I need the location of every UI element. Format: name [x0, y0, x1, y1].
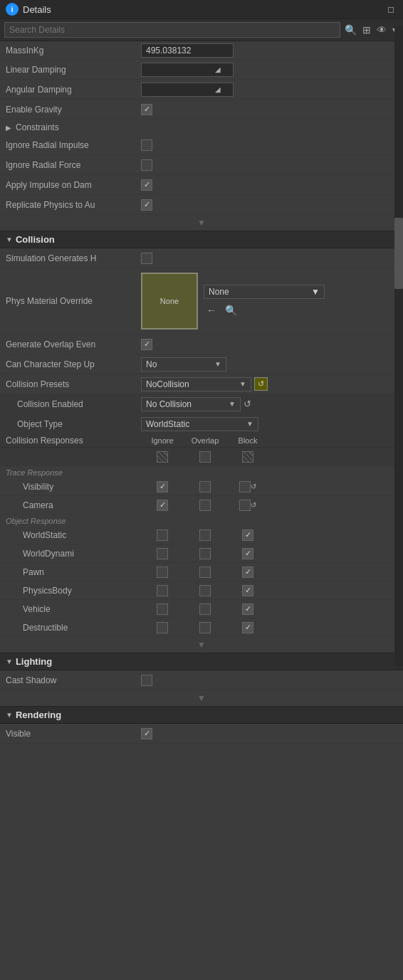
camera-ignore-checkbox[interactable]: [157, 500, 168, 511]
prop-label-collision-enabled: Collision Enabled: [6, 399, 141, 409]
constraints-arrow: ▶: [6, 124, 11, 132]
resp-label-destructible: Destructible: [6, 623, 141, 633]
worldstatic-block-cb[interactable]: [242, 529, 253, 541]
prop-row-sim-generates-hit: Simulation Generates H: [0, 248, 403, 268]
prop-row-ignore-radial-impulse: Ignore Radial Impulse: [0, 135, 403, 155]
sim-generates-hit-checkbox[interactable]: [141, 253, 152, 264]
pawn-block-cb[interactable]: [242, 567, 253, 578]
visibility-overlap-checkbox[interactable]: [199, 481, 211, 492]
col-overlap-header: Overlap: [184, 436, 226, 445]
resp-row-pawn: Pawn: [0, 563, 403, 581]
prop-label-collision-presets: Collision Presets: [6, 379, 141, 389]
all-block-checkbox[interactable]: [242, 451, 253, 463]
destructible-ignore-cb[interactable]: [157, 622, 168, 633]
ignore-radial-impulse-checkbox[interactable]: [141, 139, 152, 151]
worldstatic-overlap-cb[interactable]: [199, 529, 211, 541]
worldstatic-ignore-cb[interactable]: [157, 529, 168, 541]
cast-shadow-checkbox[interactable]: [141, 675, 152, 686]
apply-impulse-checkbox[interactable]: [141, 179, 152, 191]
worlddynamic-block-cb[interactable]: [242, 548, 253, 559]
prop-row-collision-presets: Collision Presets NoCollision ▼ ↺: [0, 374, 403, 394]
vehicle-overlap-cb[interactable]: [199, 604, 211, 615]
all-overlap-cell: [184, 451, 226, 463]
collision-responses-label: Collision Responses: [6, 436, 141, 446]
vehicle-ignore-cb[interactable]: [157, 604, 168, 615]
ignore-radial-force-checkbox[interactable]: [141, 159, 152, 171]
all-ignore-checkbox[interactable]: [157, 451, 168, 463]
phys-material-label: Phys Material Override: [6, 296, 141, 306]
generate-overlap-checkbox[interactable]: [141, 339, 152, 350]
physicsbody-block-cb[interactable]: [242, 585, 253, 596]
destructible-block-cb[interactable]: [242, 622, 253, 633]
pawn-overlap-cb[interactable]: [199, 567, 211, 578]
collision-response-cols: Ignore Overlap Block: [141, 436, 397, 445]
collision-enabled-dropdown[interactable]: No Collision ▼: [141, 397, 241, 411]
all-block-cell: [226, 451, 269, 463]
lighting-section-header[interactable]: ▼ Lighting: [0, 653, 403, 670]
close-button[interactable]: ◻: [384, 3, 397, 16]
resp-row-physicsbody: PhysicsBody: [0, 581, 403, 600]
rendering-section-arrow: ▼: [6, 711, 13, 719]
search-button[interactable]: 🔍: [343, 23, 358, 37]
worlddynamic-overlap-cb[interactable]: [199, 548, 211, 559]
prop-label-ignore-radial-impulse: Ignore Radial Impulse: [6, 140, 141, 150]
visibility-block-checkbox[interactable]: [239, 481, 251, 492]
prop-label-ignore-radial-force: Ignore Radial Force: [6, 160, 141, 170]
prop-row-apply-impulse: Apply Impulse on Dam: [0, 175, 403, 195]
collision-presets-reset-button[interactable]: ↺: [254, 377, 268, 391]
physicsbody-overlap-cb[interactable]: [199, 585, 211, 596]
linear-damping-input[interactable]: 0.01: [142, 63, 213, 76]
phys-material-dropdown[interactable]: None ▼: [204, 285, 325, 299]
scrollbar-thumb[interactable]: [394, 218, 403, 289]
prop-label-sim-generates-hit: Simulation Generates H: [6, 253, 141, 263]
physicsbody-ignore-cb[interactable]: [157, 585, 168, 596]
camera-reset-icon: ↺: [251, 501, 256, 509]
collision-enabled-reset-button[interactable]: ↺: [244, 399, 251, 409]
phys-material-reset-button[interactable]: ←: [204, 303, 219, 317]
collision-all-responses-row: [0, 448, 403, 466]
prop-value-massinkg[interactable]: [141, 43, 234, 58]
angular-damping-input[interactable]: 0.0: [142, 83, 213, 96]
visible-checkbox[interactable]: [141, 728, 152, 739]
visibility-ignore-checkbox[interactable]: [157, 481, 168, 492]
collision-presets-dropdown[interactable]: NoCollision ▼: [141, 377, 251, 391]
vehicle-cells: [141, 604, 269, 615]
constraints-row[interactable]: ▶ Constraints: [0, 120, 403, 135]
worlddynamic-ignore-cb[interactable]: [157, 548, 168, 559]
phys-material-controls: None ▼ ← 🔍: [204, 285, 325, 317]
replicate-physics-checkbox[interactable]: [141, 199, 152, 211]
phys-material-buttons: ← 🔍: [204, 303, 325, 317]
all-overlap-checkbox[interactable]: [199, 451, 211, 463]
prop-label-can-step-up: Can Character Step Up: [6, 359, 141, 369]
eye-button[interactable]: 👁: [375, 23, 388, 37]
enable-gravity-checkbox[interactable]: [141, 104, 152, 115]
prop-label-enable-gravity: Enable Gravity: [6, 105, 141, 115]
prop-label-cast-shadow: Cast Shadow: [6, 675, 141, 685]
prop-label-generate-overlap: Generate Overlap Even: [6, 339, 141, 349]
prop-row-cast-shadow: Cast Shadow: [0, 670, 403, 690]
can-step-up-dropdown[interactable]: No ▼: [141, 357, 226, 372]
object-type-dropdown[interactable]: WorldStatic ▼: [141, 417, 258, 431]
phys-material-search-button[interactable]: 🔍: [222, 303, 240, 317]
prop-label-object-type: Object Type: [6, 419, 141, 429]
prop-row-object-type: Object Type WorldStatic ▼: [0, 414, 403, 434]
camera-overlap-checkbox[interactable]: [199, 500, 211, 511]
pawn-ignore-cb[interactable]: [157, 567, 168, 578]
prop-row-generate-overlap: Generate Overlap Even: [0, 334, 403, 354]
destructible-overlap-cb[interactable]: [199, 622, 211, 633]
collision-section-header[interactable]: ▼ Collision: [0, 231, 403, 248]
physicsbody-cells: [141, 585, 269, 596]
prop-row-collision-enabled: Collision Enabled No Collision ▼ ↺: [0, 394, 403, 414]
col-ignore-header: Ignore: [141, 436, 184, 445]
angular-damping-spin: ◢: [213, 85, 223, 93]
grid-view-button[interactable]: ⊞: [361, 23, 372, 37]
search-bar: 🔍 ⊞ 👁 ▾: [0, 19, 403, 41]
visibility-reset-icon: ↺: [251, 483, 256, 490]
search-input[interactable]: [4, 22, 340, 38]
vehicle-block-cb[interactable]: [242, 604, 253, 615]
prop-row-linear-damping: Linear Damping 0.01 ◢: [0, 60, 403, 80]
camera-block-cell: ↺: [226, 500, 269, 511]
rendering-section-header[interactable]: ▼ Rendering: [0, 706, 403, 724]
prop-row-angular-damping: Angular Damping 0.0 ◢: [0, 80, 403, 100]
camera-block-checkbox[interactable]: [239, 500, 251, 511]
